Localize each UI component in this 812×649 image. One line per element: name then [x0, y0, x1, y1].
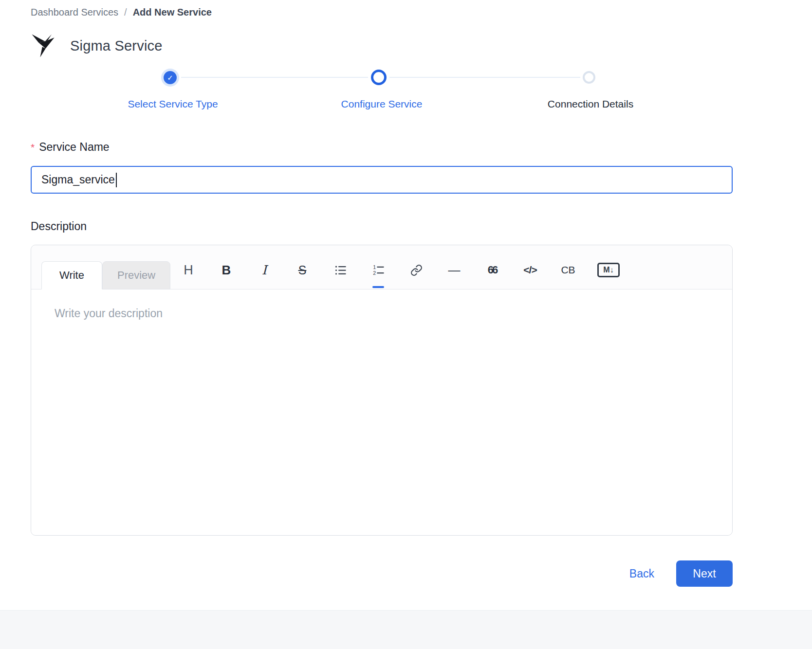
page-header: Sigma Service: [29, 32, 163, 59]
check-icon: ✓: [167, 74, 173, 81]
service-name-value: Sigma_service: [41, 173, 115, 186]
form-actions: Back Next: [629, 560, 733, 587]
required-marker: *: [31, 142, 35, 153]
code-block-icon[interactable]: CB: [559, 262, 577, 278]
stepper-connector-1: [181, 77, 368, 78]
tab-preview[interactable]: Preview: [102, 261, 170, 289]
tab-write[interactable]: Write: [41, 261, 102, 289]
description-label: Description: [31, 220, 87, 233]
code-icon[interactable]: </>: [521, 262, 539, 278]
quote-icon[interactable]: 66: [483, 262, 501, 278]
bulleted-list-icon[interactable]: [332, 262, 349, 278]
service-name-label: *Service Name: [31, 141, 110, 154]
service-name-label-text: Service Name: [39, 141, 109, 153]
service-name-input[interactable]: Sigma_service: [31, 166, 733, 194]
add-new-service-page: Dashboard Services / Add New Service Sig…: [0, 0, 812, 649]
step-1-indicator: ✓: [164, 71, 177, 84]
editor-toolbar: Write Preview H B I S: [31, 245, 732, 289]
sigma-bird-logo-icon: [29, 32, 56, 59]
breadcrumb-item-add-new-service: Add New Service: [133, 7, 212, 18]
step-2-indicator: [371, 70, 387, 85]
text-caret: [116, 173, 117, 187]
bold-icon[interactable]: B: [218, 262, 235, 278]
page-title: Sigma Service: [70, 38, 163, 54]
breadcrumb-item-dashboard-services[interactable]: Dashboard Services: [31, 7, 118, 18]
description-textarea[interactable]: [31, 289, 732, 535]
horizontal-rule-icon[interactable]: —: [445, 262, 463, 278]
editor-tools: H B I S: [180, 262, 620, 278]
numbered-list-active-indicator: [372, 286, 384, 288]
numbered-list-icon[interactable]: 1 2: [369, 262, 387, 278]
page-footer-strip: [0, 610, 812, 649]
link-icon[interactable]: [407, 262, 425, 278]
step-1-label: Select Service Type: [128, 98, 218, 110]
italic-icon[interactable]: I: [256, 262, 273, 278]
description-editor: Write Preview H B I S: [31, 245, 733, 536]
markdown-icon[interactable]: M↓: [597, 263, 620, 277]
svg-text:2: 2: [373, 270, 376, 276]
back-button[interactable]: Back: [629, 567, 654, 580]
step-3-indicator: [583, 71, 595, 84]
breadcrumb: Dashboard Services / Add New Service: [31, 7, 212, 18]
breadcrumb-separator: /: [124, 7, 127, 18]
step-3-label: Connection Details: [548, 98, 633, 110]
svg-text:1: 1: [373, 264, 376, 270]
step-2-label: Configure Service: [341, 98, 423, 110]
stepper-connector-2: [389, 77, 580, 78]
strikethrough-icon[interactable]: S: [294, 262, 311, 278]
editor-tabs: Write Preview: [41, 261, 170, 289]
next-button[interactable]: Next: [676, 560, 733, 587]
heading-icon[interactable]: H: [180, 262, 197, 278]
